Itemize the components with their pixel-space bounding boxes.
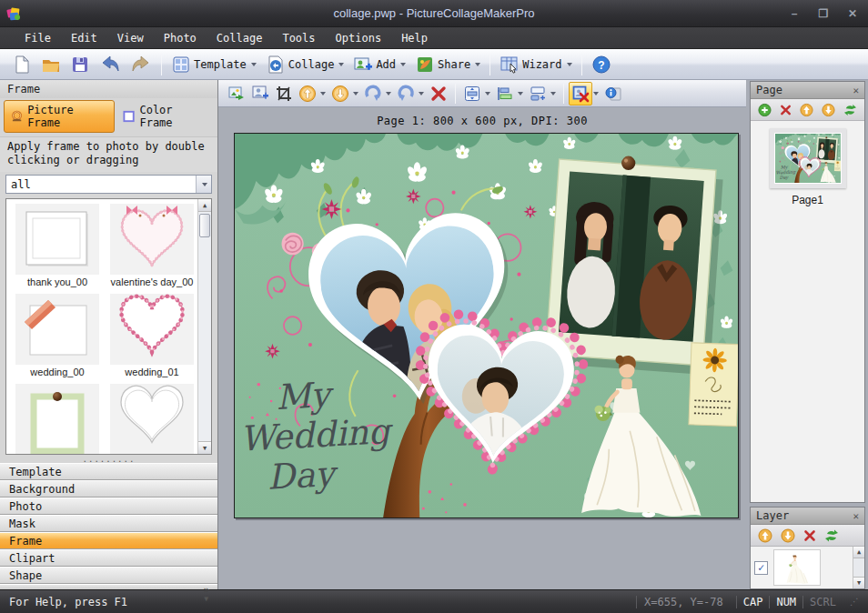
open-button[interactable] [36, 52, 66, 77]
category-background[interactable]: Background [0, 480, 217, 497]
toolbar-separator [581, 54, 582, 75]
share-dropdown-icon[interactable] [475, 63, 480, 66]
frame-thumb-valentine[interactable]: valentine's day_00 [106, 204, 197, 288]
send-backward-dropdown-icon[interactable] [353, 92, 358, 95]
category-template[interactable]: Template [0, 463, 217, 480]
rotate-cw-button[interactable] [361, 82, 385, 106]
template-dropdown-icon[interactable] [251, 63, 257, 66]
template-button[interactable]: Template [167, 52, 261, 77]
help-icon: ? [591, 55, 611, 75]
properties-button[interactable] [601, 82, 625, 106]
page1-thumbnail[interactable] [770, 128, 846, 188]
delete-layer-icon[interactable] [803, 529, 816, 542]
menu-help[interactable]: Help [391, 27, 438, 49]
move-page-up-icon[interactable] [800, 103, 813, 117]
category-clipart[interactable]: Clipart [0, 549, 217, 567]
wizard-button[interactable]: Wizard [495, 52, 576, 77]
frame-thumb-wedding-01[interactable]: wedding_01 [106, 294, 197, 378]
toggle-frame-button[interactable] [569, 82, 592, 106]
scroll-up-icon[interactable]: ▲ [198, 199, 211, 212]
collage-button[interactable]: Collage [261, 52, 349, 77]
title-bar: collage.pwp - PictureCollageMakerPro – ❐… [0, 0, 868, 27]
tab-picture-frame[interactable]: Picture Frame [4, 100, 115, 133]
layer-panel-close-icon[interactable]: ✕ [853, 510, 859, 522]
layer-up-icon[interactable] [758, 528, 772, 543]
align-center-button[interactable] [460, 82, 484, 106]
layer-scrollbar[interactable]: ▲ ▼ [853, 547, 864, 588]
bring-forward-dropdown-icon[interactable] [320, 92, 326, 95]
frame-thumb-wedding-00[interactable]: wedding_00 [12, 294, 103, 378]
scroll-down-icon[interactable]: ▼ [198, 441, 211, 454]
menu-options[interactable]: Options [326, 27, 392, 49]
align-objects-button[interactable] [493, 82, 517, 106]
frame-filter-dropdown-button[interactable] [196, 176, 211, 193]
category-shape[interactable]: Shape [0, 567, 217, 584]
undo-button[interactable] [95, 52, 126, 77]
frame-filter-select[interactable]: all [5, 175, 212, 194]
align-center-icon [463, 85, 481, 103]
more-categories-button[interactable]: » [203, 586, 209, 595]
resize-grip-icon[interactable]: ⋰ [850, 597, 859, 607]
category-mask[interactable]: Mask [0, 515, 217, 532]
replace-photo-button[interactable] [225, 82, 248, 106]
share-button[interactable]: Share [410, 52, 485, 77]
layer-item-bride[interactable]: ✓ [751, 547, 864, 586]
crop-button[interactable] [272, 82, 296, 106]
tab-color-frame[interactable]: Color Frame [116, 101, 214, 132]
move-page-down-icon[interactable] [822, 103, 835, 117]
menu-file[interactable]: File [15, 27, 61, 49]
delete-page-icon[interactable] [780, 104, 792, 116]
menu-tools[interactable]: Tools [272, 27, 325, 49]
right-panels: Page ✕ Page1 Layer [746, 80, 868, 589]
scrollbar-thumb[interactable] [199, 214, 210, 237]
same-size-dropdown-icon[interactable] [550, 92, 556, 95]
menu-photo[interactable]: Photo [154, 27, 207, 49]
align-objects-dropdown-icon[interactable] [518, 92, 523, 95]
frame-thumb-partial-green[interactable] [12, 384, 103, 455]
bring-forward-button[interactable] [296, 82, 319, 106]
save-button[interactable] [66, 52, 95, 77]
refresh-pages-icon[interactable] [843, 103, 857, 117]
maximize-button[interactable]: ❐ [813, 7, 833, 20]
menu-view[interactable]: View [107, 27, 154, 49]
refresh-layers-icon[interactable] [824, 528, 839, 543]
svg-text:?: ? [598, 58, 604, 71]
new-button[interactable] [7, 52, 36, 77]
layer-visibility-checkbox[interactable]: ✓ [754, 561, 768, 575]
chevron-down-icon[interactable]: ▼ [203, 595, 209, 604]
rotate-ccw-button[interactable] [394, 82, 418, 106]
toggle-frame-dropdown-icon[interactable] [593, 92, 599, 95]
rotate-ccw-dropdown-icon[interactable] [419, 92, 424, 95]
scroll-down-icon[interactable]: ▼ [853, 577, 864, 588]
close-button[interactable]: ✕ [843, 7, 863, 20]
align-center-dropdown-icon[interactable] [485, 92, 490, 95]
menu-collage[interactable]: Collage [207, 27, 273, 49]
add-page-icon[interactable] [758, 103, 772, 117]
frame-thumb-partial-heart[interactable] [106, 384, 197, 455]
menu-edit[interactable]: Edit [61, 27, 107, 49]
help-button[interactable]: ? [587, 52, 616, 77]
panel-splitter-handle[interactable]: ......... [0, 455, 217, 463]
add-dropdown-icon[interactable] [400, 63, 406, 66]
layer-down-icon[interactable] [781, 528, 795, 543]
category-frame[interactable]: Frame [0, 532, 217, 549]
rotate-cw-dropdown-icon[interactable] [386, 92, 391, 95]
same-size-button[interactable] [526, 82, 550, 106]
minimize-button[interactable]: – [784, 7, 804, 20]
redo-button[interactable] [126, 52, 156, 77]
delete-object-button[interactable] [427, 82, 450, 106]
category-photo[interactable]: Photo [0, 497, 217, 515]
add-frame-to-photo-button[interactable] [248, 82, 272, 106]
scroll-up-icon[interactable]: ▲ [853, 547, 864, 558]
share-label: Share [438, 58, 470, 71]
color-frame-label: Color Frame [139, 104, 207, 129]
thumbnail-scrollbar[interactable]: ▲ ▼ [197, 199, 211, 454]
add-button[interactable]: Add [348, 52, 410, 77]
page-panel-close-icon[interactable]: ✕ [853, 85, 859, 96]
collage-dropdown-icon[interactable] [338, 63, 344, 66]
wizard-dropdown-icon[interactable] [567, 63, 572, 66]
send-backward-button[interactable] [328, 82, 352, 106]
save-floppy-icon [70, 55, 90, 75]
frame-thumb-thank-you[interactable]: thank you_00 [12, 204, 103, 288]
collage-page[interactable] [234, 133, 739, 518]
